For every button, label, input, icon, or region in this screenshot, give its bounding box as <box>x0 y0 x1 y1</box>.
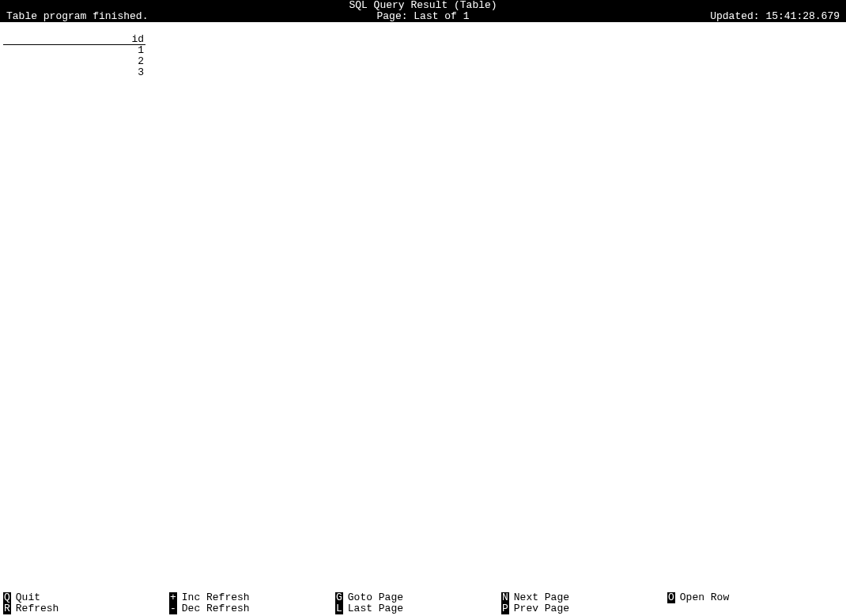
shortcut-label: Prev Page <box>514 603 569 614</box>
table-row[interactable]: 2 <box>3 56 145 67</box>
result-table: id 1 2 3 <box>3 33 145 78</box>
shortcut-label: Quit <box>16 591 40 603</box>
shortcut-prev-page[interactable]: PPrev Page <box>501 603 667 614</box>
shortcut-label: Last Page <box>348 603 403 614</box>
column-header-id: id <box>3 33 145 45</box>
key-p: P <box>501 603 509 614</box>
shortcut-inc-refresh[interactable]: +Inc Refresh <box>169 592 335 603</box>
header-bar: SQL Query Result (Table) Page: Last of 1… <box>0 0 846 22</box>
shortcut-next-page[interactable]: NNext Page <box>501 592 667 603</box>
shortcut-dec-refresh[interactable]: -Dec Refresh <box>169 603 335 614</box>
shortcut-refresh[interactable]: RRefresh <box>3 603 169 614</box>
key-n: N <box>501 592 509 603</box>
key-g: G <box>335 592 343 603</box>
shortcut-last-page[interactable]: LLast Page <box>335 603 501 614</box>
table-row[interactable]: 3 <box>3 67 145 78</box>
table-row[interactable]: 1 <box>3 45 145 56</box>
shortcut-label: Refresh <box>16 603 59 614</box>
status-text: Table program finished. <box>6 11 148 22</box>
shortcut-goto-page[interactable]: GGoto Page <box>335 592 501 603</box>
shortcut-label: Open Row <box>680 591 729 603</box>
shortcut-open-row[interactable]: OOpen Row <box>667 592 833 603</box>
key-r: R <box>3 603 11 614</box>
updated-timestamp: Updated: 15:41:28.679 <box>710 11 840 22</box>
content-area: id 1 2 3 <box>0 22 846 592</box>
key-minus: - <box>169 603 177 614</box>
key-o: O <box>667 592 675 603</box>
key-q: Q <box>3 592 11 603</box>
key-l: L <box>335 603 343 614</box>
shortcut-quit[interactable]: QQuit <box>3 592 169 603</box>
shortcut-label: Next Page <box>514 591 569 603</box>
window-title: SQL Query Result (Table) <box>0 0 846 11</box>
key-plus: + <box>169 592 177 603</box>
shortcut-label: Goto Page <box>348 591 403 603</box>
shortcut-label: Inc Refresh <box>182 591 250 603</box>
footer-shortcuts: QQuit RRefresh +Inc Refresh -Dec Refresh… <box>3 592 843 614</box>
shortcut-label: Dec Refresh <box>182 603 250 614</box>
